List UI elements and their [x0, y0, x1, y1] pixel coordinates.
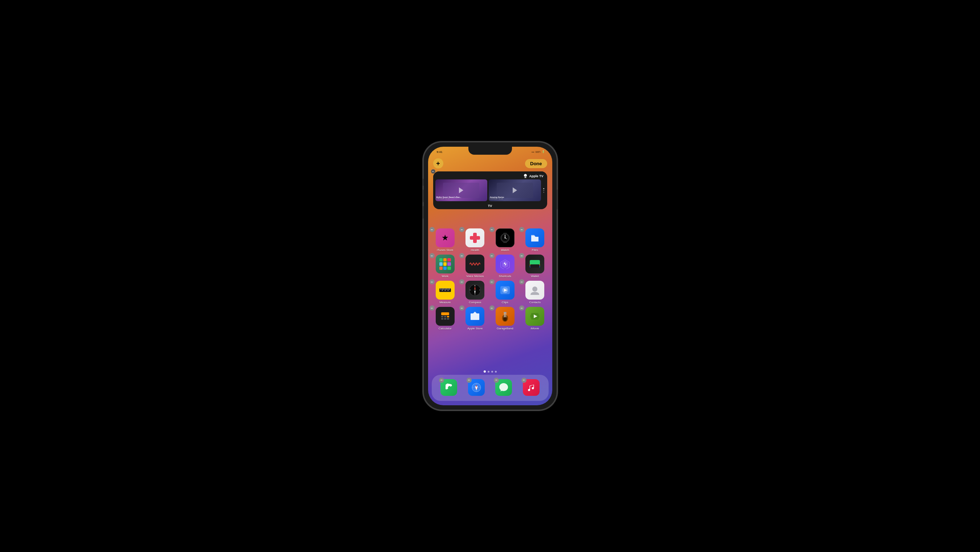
- page-dot-3[interactable]: [491, 371, 493, 372]
- remove-phone[interactable]: −: [439, 378, 444, 383]
- remove-garageband[interactable]: −: [490, 305, 495, 310]
- app-item-itunes-store[interactable]: − ★ iTunes Store: [431, 228, 460, 252]
- clips-svg-icon: [500, 285, 511, 295]
- remove-voice-memos[interactable]: −: [459, 253, 465, 258]
- clips-icon: [496, 281, 514, 300]
- messages-svg-icon: [498, 382, 509, 393]
- app-item-work[interactable]: − Work: [431, 255, 460, 278]
- wifi-icon: WiFi: [536, 151, 541, 153]
- apple-store-label: Apple Store: [467, 327, 482, 330]
- app-item-clips[interactable]: − Clips: [491, 281, 520, 304]
- contacts-svg-icon: [530, 285, 540, 296]
- calculator-svg-icon: [440, 311, 450, 322]
- svg-rect-39: [447, 316, 449, 317]
- shortcuts-icon: [496, 255, 514, 274]
- page-dots: [428, 371, 552, 372]
- remove-messages[interactable]: −: [494, 378, 499, 383]
- app-item-shortcuts[interactable]: − Shortcuts: [491, 255, 520, 278]
- shortcuts-label: Shortcuts: [499, 275, 511, 278]
- svg-rect-41: [444, 318, 446, 320]
- widget-remove-badge[interactable]: −: [431, 169, 435, 173]
- widget-thumb-amazing[interactable]: Amazing Stories CONTINUE • S1, E5: [489, 180, 541, 201]
- calculator-icon: [436, 307, 455, 326]
- apple-store-icon: [466, 307, 484, 326]
- remove-shortcuts[interactable]: −: [490, 253, 495, 258]
- phone-screen: 9:41 ▪▪▪ WiFi 🔋 + Done −: [428, 147, 552, 405]
- app-item-contacts[interactable]: − Contacts: [521, 281, 549, 304]
- app-item-imovie[interactable]: − iMovie: [521, 307, 549, 330]
- remove-clips[interactable]: −: [490, 279, 495, 284]
- svg-text:W: W: [469, 289, 471, 291]
- remove-itunes-store[interactable]: −: [430, 227, 434, 232]
- remove-imovie[interactable]: −: [519, 305, 524, 310]
- watch-icon: [496, 228, 514, 247]
- app-item-calculator[interactable]: − Calculator: [431, 307, 460, 330]
- page-dot-4[interactable]: [495, 371, 497, 372]
- remove-apple-store[interactable]: −: [459, 305, 465, 310]
- page-dot-2[interactable]: [488, 371, 490, 372]
- compass-icon: N S E W: [466, 281, 484, 300]
- dock-item-safari[interactable]: −: [468, 379, 485, 397]
- svg-rect-46: [506, 312, 506, 317]
- app-item-health[interactable]: − Health: [461, 228, 490, 252]
- page-dot-1[interactable]: [484, 371, 486, 372]
- app-item-watch[interactable]: − Watch: [491, 228, 520, 252]
- svg-rect-45: [504, 312, 505, 317]
- app-grid: − ★ iTunes Store − Health −: [431, 228, 549, 330]
- safari-svg-icon: [471, 382, 482, 393]
- music-svg-icon: [527, 383, 536, 392]
- widget-tv-label: TV: [433, 204, 547, 209]
- app-item-garageband[interactable]: − GarageBand: [491, 307, 520, 330]
- remove-safari[interactable]: −: [466, 378, 472, 383]
- remove-measure[interactable]: −: [430, 279, 434, 284]
- remove-files[interactable]: −: [519, 227, 524, 232]
- wallet-label: Wallet: [531, 275, 539, 278]
- app-item-wallet[interactable]: − Wallet: [521, 255, 549, 278]
- svg-rect-7: [503, 233, 507, 234]
- app-item-files[interactable]: − Files: [521, 228, 549, 252]
- garageband-label: GarageBand: [497, 327, 513, 330]
- svg-rect-42: [447, 318, 449, 320]
- imovie-label: iMovie: [531, 327, 539, 330]
- apple-tv-logo: Apple TV: [523, 173, 543, 179]
- files-icon: [525, 228, 544, 247]
- work-label: Work: [442, 275, 449, 278]
- remove-health[interactable]: −: [459, 227, 465, 232]
- clips-label: Clips: [502, 301, 508, 304]
- remove-watch[interactable]: −: [490, 227, 495, 232]
- remove-compass[interactable]: −: [459, 279, 465, 284]
- widget-thumb-mythic[interactable]: Mythic Quest: Raven's Ban... CONTINUE • …: [435, 180, 488, 201]
- status-time: 9:41: [435, 150, 442, 154]
- signal-icon: ▪▪▪: [531, 151, 534, 153]
- app-item-voice-memos[interactable]: − Voice Memos: [461, 255, 490, 278]
- remove-work[interactable]: −: [430, 253, 434, 258]
- remove-contacts[interactable]: −: [519, 279, 524, 284]
- svg-rect-38: [444, 316, 446, 317]
- app-item-compass[interactable]: − N S E W: [461, 281, 490, 304]
- dock-item-phone[interactable]: −: [441, 379, 457, 397]
- phone-outer: 9:41 ▪▪▪ WiFi 🔋 + Done −: [423, 142, 557, 410]
- remove-wallet[interactable]: −: [519, 253, 524, 258]
- itunes-store-label: iTunes Store: [437, 248, 453, 252]
- top-bar: + Done: [428, 158, 552, 169]
- measure-svg-icon: [439, 286, 451, 294]
- measure-label: Measure: [439, 301, 450, 304]
- svg-point-44: [503, 317, 507, 321]
- work-icon: [436, 255, 455, 274]
- remove-calculator[interactable]: −: [430, 305, 434, 310]
- svg-text:E: E: [479, 289, 480, 291]
- dock: − −: [432, 375, 549, 401]
- svg-point-31: [474, 290, 476, 291]
- add-widget-button[interactable]: +: [433, 158, 443, 169]
- compass-svg-icon: N S E W: [468, 284, 482, 297]
- dock-item-messages[interactable]: −: [495, 379, 512, 397]
- remove-music[interactable]: −: [522, 378, 527, 383]
- app-item-apple-store[interactable]: − Apple Store: [461, 307, 490, 330]
- notch: [468, 147, 512, 155]
- battery-icon: 🔋: [542, 150, 545, 153]
- widget-header: Apple TV: [433, 172, 547, 180]
- dock-item-music[interactable]: −: [523, 379, 539, 397]
- done-button[interactable]: Done: [525, 159, 547, 168]
- tv-widget: Apple TV Mythic Quest: Raven's Ban... CO…: [433, 172, 547, 209]
- app-item-measure[interactable]: − Measure: [431, 281, 460, 304]
